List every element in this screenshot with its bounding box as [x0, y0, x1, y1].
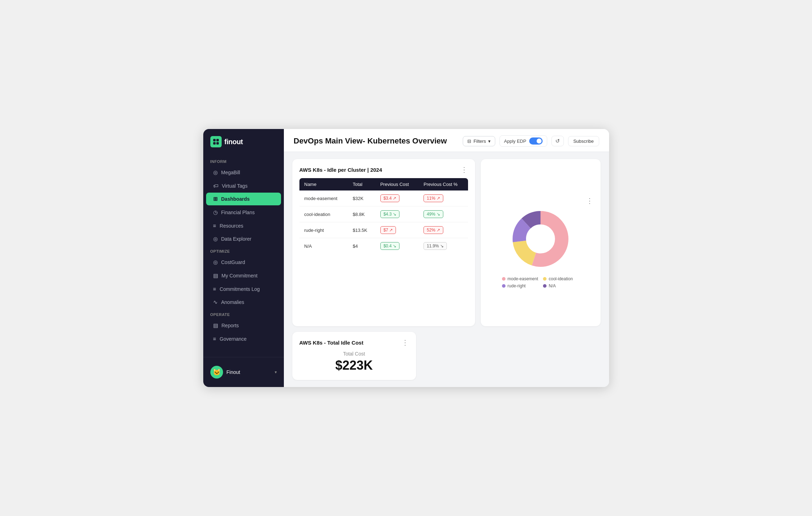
card-title: AWS K8s - Total Idle Cost [299, 340, 363, 346]
sidebar-item-label: Data Explorer [221, 236, 252, 242]
prev-pct-badge: 11% ↗ [423, 194, 443, 202]
sidebar-item-reports[interactable]: ▤ Reports [206, 319, 281, 332]
cell-prev-pct: 11.9% ↘ [419, 238, 468, 254]
apply-edp-toggle[interactable]: Apply EDP [500, 135, 547, 147]
legend-item-rude-right: rude-right [502, 283, 538, 288]
cell-prev-pct: 52% ↗ [419, 222, 468, 238]
cell-prev-cost: $7 ↗ [375, 222, 419, 238]
topbar-actions: ⊟ Filters ▾ Apply EDP ↺ Subscribe [463, 135, 599, 147]
virtual-tags-icon: 🏷 [213, 183, 218, 189]
legend-label: mode-easement [508, 276, 538, 281]
avatar: 🐱 [210, 366, 223, 379]
cell-prev-cost: $4.3 ↘ [375, 206, 419, 222]
sidebar-item-financial-plans[interactable]: ◷ Financial Plans [206, 206, 281, 219]
table-row: rude-right $13.5K $7 ↗ 52% ↗ [299, 222, 468, 238]
section-operate-label: Operate [203, 309, 284, 319]
cell-total: $32K [348, 190, 375, 206]
sidebar-item-commitments-log[interactable]: ≡ Commitments Log [206, 283, 281, 295]
sidebar-item-dashboards[interactable]: ⊞ Dashboards [206, 193, 281, 205]
user-menu[interactable]: 🐱 Finout ▾ [206, 363, 281, 381]
legend-label: rude-right [508, 283, 526, 288]
sidebar-item-governance[interactable]: ≡ Governance [206, 333, 281, 345]
card-menu-button[interactable]: ⋮ [461, 166, 468, 173]
legend-dot [502, 284, 506, 288]
svg-rect-0 [213, 139, 216, 141]
total-cost-card-menu-button[interactable]: ⋮ [402, 339, 409, 346]
legend-dot [543, 277, 547, 281]
total-idle-cost-card: AWS K8s - Total Idle Cost ⋮ Total Cost $… [292, 332, 416, 380]
data-explorer-icon: ◎ [213, 236, 218, 242]
legend-label: cool-ideation [549, 276, 573, 281]
cell-name: N/A [299, 238, 348, 254]
filters-button[interactable]: ⊟ Filters ▾ [463, 136, 495, 146]
legend-label: N/A [549, 283, 556, 288]
cell-name: mode-easement [299, 190, 348, 206]
subscribe-button[interactable]: Subscribe [568, 136, 599, 146]
table-row: cool-ideation $8.8K $4.3 ↘ 49% ↘ [299, 206, 468, 222]
legend-item-cool-ideation: cool-ideation [543, 276, 579, 281]
sidebar-item-label: Commitments Log [220, 286, 260, 292]
prev-pct-badge: 11.9% ↘ [423, 242, 446, 250]
card-title: AWS K8s - Idle per Cluster | 2024 [299, 167, 382, 173]
section-optimize-label: Optimize [203, 246, 284, 256]
my-commitment-icon: ▤ [213, 272, 218, 279]
col-name: Name [299, 178, 348, 190]
cell-total: $13.5K [348, 222, 375, 238]
cell-total: $4 [348, 238, 375, 254]
sidebar-item-costguard[interactable]: ◎ CostGuard [206, 256, 281, 269]
refresh-button[interactable]: ↺ [551, 136, 564, 146]
cell-prev-pct: 49% ↘ [419, 206, 468, 222]
donut-legend: mode-easement cool-ideation rude-right [502, 276, 579, 288]
total-cost-value: $223K [299, 358, 409, 373]
cell-prev-pct: 11% ↗ [419, 190, 468, 206]
sidebar-item-label: Financial Plans [221, 210, 255, 215]
top-cards-row: AWS K8s - Idle per Cluster | 2024 ⋮ Name… [292, 159, 601, 326]
edp-toggle-switch[interactable] [529, 137, 543, 145]
donut-card-menu-button[interactable]: ⋮ [586, 197, 594, 204]
apply-edp-label: Apply EDP [504, 139, 526, 144]
sidebar-item-virtual-tags[interactable]: 🏷 Virtual Tags [206, 180, 281, 192]
table-body: mode-easement $32K $3.4 ↗ 11% ↗ cool-ide… [299, 190, 468, 254]
sidebar-item-label: Reports [222, 323, 239, 328]
sidebar-item-label: My Commitment [222, 273, 258, 278]
chevron-down-icon: ▾ [275, 370, 277, 375]
sidebar-item-resources[interactable]: ≡ Resources [206, 219, 281, 232]
sidebar-item-data-explorer[interactable]: ◎ Data Explorer [206, 233, 281, 245]
sidebar-item-label: Governance [220, 336, 246, 342]
col-prev-cost: Previous Cost [375, 178, 419, 190]
dashboard-content: AWS K8s - Idle per Cluster | 2024 ⋮ Name… [284, 152, 609, 387]
main-content: DevOps Main View- Kubernetes Overview ⊟ … [284, 129, 609, 387]
filters-label: Filters [473, 139, 486, 144]
sidebar: finout Inform ◎ MegaBill 🏷 Virtual Tags … [203, 129, 284, 387]
legend-item-na: N/A [543, 283, 579, 288]
financial-plans-icon: ◷ [213, 209, 218, 216]
sidebar-item-anomalies[interactable]: ∿ Anomalies [206, 296, 281, 309]
prev-pct-badge: 49% ↘ [423, 210, 443, 218]
sidebar-item-label: MegaBill [221, 170, 240, 175]
anomalies-icon: ∿ [213, 299, 218, 305]
sidebar-item-megabill[interactable]: ◎ MegaBill [206, 166, 281, 179]
cluster-table: Name Total Previous Cost Previous Cost %… [299, 178, 468, 254]
sidebar-item-label: Virtual Tags [222, 183, 248, 189]
cell-total: $8.8K [348, 206, 375, 222]
legend-dot [543, 284, 547, 288]
app-name: finout [224, 138, 243, 146]
governance-icon: ≡ [213, 336, 216, 342]
logo-icon [210, 136, 222, 147]
prev-cost-badge: $0.4 ↘ [380, 242, 400, 250]
col-prev-pct: Previous Cost % [419, 178, 468, 190]
sidebar-item-my-commitment[interactable]: ▤ My Commitment [206, 269, 281, 282]
svg-point-8 [530, 228, 551, 250]
svg-rect-1 [216, 139, 219, 141]
cell-name: cool-ideation [299, 206, 348, 222]
cell-prev-cost: $0.4 ↘ [375, 238, 419, 254]
cell-name: rude-right [299, 222, 348, 238]
topbar: DevOps Main View- Kubernetes Overview ⊟ … [284, 129, 609, 152]
prev-cost-badge: $7 ↗ [380, 226, 396, 234]
donut-chart [509, 207, 572, 271]
cell-prev-cost: $3.4 ↗ [375, 190, 419, 206]
prev-cost-badge: $4.3 ↘ [380, 210, 400, 218]
dashboards-icon: ⊞ [213, 196, 218, 202]
sidebar-footer: 🐱 Finout ▾ [203, 357, 284, 387]
chevron-down-icon: ▾ [488, 139, 491, 144]
